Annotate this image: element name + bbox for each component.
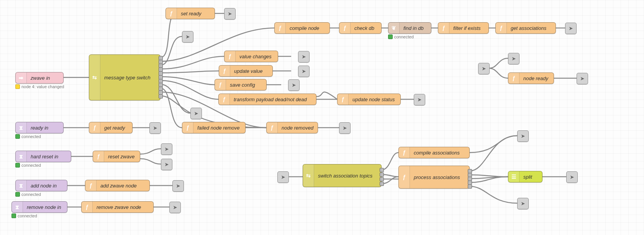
function-icon bbox=[182, 122, 193, 133]
debug-node[interactable] bbox=[161, 143, 172, 155]
debug-node[interactable] bbox=[190, 108, 202, 119]
debug-node[interactable] bbox=[414, 94, 425, 105]
port[interactable] bbox=[468, 184, 472, 189]
node-save-config[interactable]: save config bbox=[215, 79, 267, 90]
node-split[interactable]: split bbox=[508, 171, 542, 182]
link-in-node[interactable] bbox=[277, 171, 289, 183]
debug-node[interactable] bbox=[565, 23, 577, 34]
node-add-node-in[interactable]: add node in bbox=[15, 180, 67, 191]
node-node-removed[interactable]: node removed bbox=[266, 122, 318, 133]
function-icon bbox=[166, 8, 177, 19]
node-label: process associations bbox=[410, 174, 464, 180]
node-label: hard reset in bbox=[27, 154, 62, 159]
debug-node[interactable] bbox=[161, 159, 172, 170]
node-ready-in[interactable]: ready in bbox=[15, 122, 64, 133]
function-icon bbox=[275, 23, 286, 33]
node-label: get associations bbox=[507, 25, 550, 31]
node-node-ready[interactable]: node ready bbox=[508, 72, 554, 84]
node-reset-zwave[interactable]: reset zwave bbox=[93, 151, 140, 162]
debug-node[interactable] bbox=[169, 202, 181, 213]
node-check-db[interactable]: check db bbox=[339, 22, 382, 34]
debug-node[interactable] bbox=[172, 180, 184, 192]
split-icon bbox=[508, 171, 519, 182]
debug-node[interactable] bbox=[339, 122, 351, 134]
arrow-in-icon bbox=[16, 72, 27, 83]
function-icon bbox=[339, 23, 351, 33]
node-zwave-in[interactable]: zwave in bbox=[15, 72, 64, 84]
function-icon bbox=[215, 79, 226, 90]
node-value-changes[interactable]: value changes bbox=[224, 51, 278, 62]
switch-icon bbox=[303, 164, 314, 187]
node-label: remove zwave node bbox=[93, 204, 145, 210]
port[interactable] bbox=[380, 168, 384, 172]
node-failed-node-remove[interactable]: failed node remove bbox=[182, 122, 246, 133]
status-dot-icon bbox=[15, 192, 20, 197]
node-find-in-db[interactable]: find in db bbox=[388, 22, 431, 34]
function-icon bbox=[399, 147, 410, 158]
status-text: connected bbox=[21, 192, 41, 197]
node-remove-zwave-node[interactable]: remove zwave node bbox=[81, 201, 154, 213]
status-find-in-db: connected bbox=[388, 35, 414, 39]
node-remove-node-in[interactable]: remove node in bbox=[11, 201, 67, 213]
debug-node[interactable] bbox=[517, 198, 529, 209]
function-icon bbox=[93, 151, 104, 162]
status-ready-in: connected bbox=[15, 134, 41, 139]
status-dot-icon bbox=[11, 214, 16, 218]
debug-node[interactable] bbox=[298, 66, 310, 77]
signal-icon bbox=[16, 122, 27, 133]
debug-node[interactable] bbox=[298, 51, 310, 62]
node-label: zwave in bbox=[27, 75, 54, 81]
node-compile-node[interactable]: compile node bbox=[274, 22, 330, 34]
status-text: node 4: value changed bbox=[21, 84, 64, 89]
debug-node[interactable] bbox=[182, 31, 193, 43]
signal-icon bbox=[16, 151, 27, 162]
node-label: transform payload dead/not dead bbox=[230, 97, 311, 102]
node-process-associations[interactable]: process associations bbox=[398, 166, 470, 189]
node-label: ready in bbox=[27, 125, 52, 131]
node-hard-reset-in[interactable]: hard reset in bbox=[15, 151, 71, 162]
node-update-value[interactable]: update value bbox=[219, 65, 273, 77]
node-label: filter if exists bbox=[449, 25, 485, 31]
node-filter-if-exists[interactable]: filter if exists bbox=[438, 22, 489, 34]
node-get-associations[interactable]: get associations bbox=[495, 22, 556, 34]
node-label: message type switch bbox=[100, 75, 154, 81]
node-get-ready[interactable]: get ready bbox=[89, 122, 133, 133]
flow-canvas[interactable]: { "nodes": { "zwave_in": {"label": "zwav… bbox=[0, 0, 644, 235]
node-label: remove node in bbox=[23, 204, 65, 210]
status-text: connected bbox=[394, 35, 414, 39]
port[interactable] bbox=[159, 94, 163, 99]
debug-node[interactable] bbox=[224, 8, 236, 20]
node-label: add zwave node bbox=[97, 183, 141, 189]
status-dot-icon bbox=[15, 84, 20, 89]
node-add-zwave-node[interactable]: add zwave node bbox=[85, 180, 150, 191]
signal-icon bbox=[16, 180, 27, 191]
node-label: switch association topics bbox=[314, 173, 376, 179]
node-update-node-status[interactable]: update node status bbox=[337, 94, 401, 105]
status-text: connected bbox=[21, 163, 41, 168]
debug-node[interactable] bbox=[149, 122, 161, 134]
node-transform-dead[interactable]: transform payload dead/not dead bbox=[218, 94, 316, 105]
port[interactable] bbox=[380, 182, 384, 186]
debug-node[interactable] bbox=[577, 73, 588, 84]
status-text: connected bbox=[18, 214, 37, 218]
port[interactable] bbox=[380, 177, 384, 181]
function-icon bbox=[338, 94, 349, 105]
debug-node[interactable] bbox=[517, 130, 529, 142]
node-label: update value bbox=[230, 68, 266, 74]
function-icon bbox=[219, 94, 230, 105]
link-in-node[interactable] bbox=[478, 63, 490, 74]
node-label: add node in bbox=[27, 183, 61, 189]
port[interactable] bbox=[380, 173, 384, 177]
debug-node[interactable] bbox=[508, 53, 519, 64]
debug-node[interactable] bbox=[288, 79, 300, 91]
node-message-type-switch[interactable]: message type switch bbox=[89, 54, 161, 100]
status-remove-node-in: connected bbox=[11, 214, 37, 218]
debug-node[interactable] bbox=[566, 171, 578, 183]
function-icon bbox=[399, 166, 410, 188]
node-label: get ready bbox=[100, 125, 129, 131]
node-switch-association-topics[interactable]: switch association topics bbox=[303, 164, 382, 187]
function-icon bbox=[89, 122, 100, 133]
node-compile-associations[interactable]: compile associations bbox=[398, 147, 470, 158]
node-set-ready[interactable]: set ready bbox=[166, 8, 215, 19]
node-label: node removed bbox=[278, 125, 317, 131]
